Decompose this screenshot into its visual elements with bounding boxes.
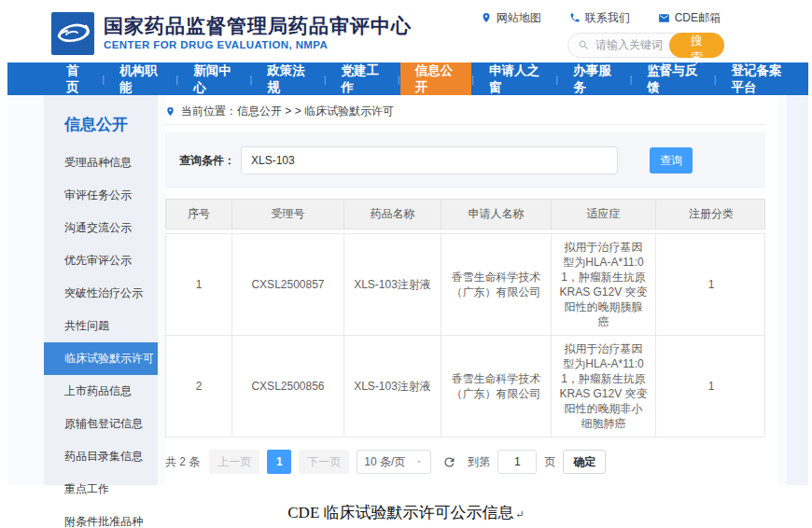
query-input[interactable] bbox=[241, 146, 618, 174]
results-table: 序号 受理号 药品名称 申请人名称 适应症 注册分类 1 CXSL2500857… bbox=[165, 199, 765, 438]
site-body: 信息公开 受理品种信息 审评任务公示 沟通交流公示 优先审评公示 突破性治疗公示… bbox=[7, 95, 808, 485]
table-body: 1 CXSL2500857 XLS-103注射液 香雪生命科学技术（广东）有限公… bbox=[165, 233, 765, 438]
site-search: 搜索 bbox=[567, 33, 724, 58]
prev-page-button[interactable]: 上一页 bbox=[209, 450, 259, 474]
sidebar-item-clinical-trial-implied-license[interactable]: 临床试验默示许可 bbox=[44, 342, 158, 375]
sidebar: 信息公开 受理品种信息 审评任务公示 沟通交流公示 优先审评公示 突破性治疗公示… bbox=[44, 95, 158, 485]
pagination: 共 2 条 上一页 1 下一页 10 条/页 到第 页 bbox=[165, 450, 765, 474]
link-contact-us[interactable]: 联系我们 bbox=[569, 10, 630, 26]
cell-index: 2 bbox=[166, 336, 232, 437]
search-icon bbox=[578, 39, 590, 51]
cell-applicant: 香雪生命科学技术（广东）有限公司 bbox=[441, 336, 552, 437]
cell-registration-class: 1 bbox=[656, 234, 766, 335]
site-header: 国家药品监督管理局药品审评中心 CENTER FOR DRUG EVALUATI… bbox=[7, 5, 808, 63]
jump-label: 到第 bbox=[468, 454, 490, 470]
table-row: 1 CXSL2500857 XLS-103注射液 香雪生命科学技术（广东）有限公… bbox=[166, 234, 764, 336]
nav-item-home[interactable]: 首页 bbox=[51, 63, 102, 95]
page-background-strip bbox=[787, 95, 808, 485]
table-header-row: 序号 受理号 药品名称 申请人名称 适应症 注册分类 bbox=[165, 199, 765, 229]
nav-item-org[interactable]: 机构职能 bbox=[105, 63, 175, 95]
cell-acceptance-number: CXSL2500856 bbox=[232, 336, 344, 437]
top-nav: 首页 机构职能 新闻中心 政策法规 党建工作 信息公开 申请人之窗 办事服务 监… bbox=[7, 63, 808, 95]
map-pin-icon bbox=[481, 12, 492, 23]
link-site-map[interactable]: 网站地图 bbox=[481, 10, 541, 26]
breadcrumb: 当前位置：信息公开 > > 临床试验默示许可 bbox=[165, 103, 765, 125]
paragraph-mark: ↵ bbox=[516, 508, 525, 520]
breadcrumb-text: 当前位置：信息公开 > > 临床试验默示许可 bbox=[181, 104, 394, 119]
cell-drug-name: XLS-103注射液 bbox=[344, 234, 441, 335]
cell-indication: 拟用于治疗基因型为HLA-A*11:01，肿瘤新生抗原KRAS G12V 突变阳… bbox=[552, 336, 656, 437]
nav-item-registration-platform[interactable]: 登记备案平台 bbox=[717, 63, 808, 95]
nav-item-supervision[interactable]: 监督与反馈 bbox=[632, 63, 713, 95]
sidebar-item-review-tasks[interactable]: 审评任务公示 bbox=[44, 179, 158, 212]
nav-item-party[interactable]: 党建工作 bbox=[327, 63, 398, 95]
quick-link-label: 联系我们 bbox=[585, 10, 630, 26]
query-label: 查询条件： bbox=[179, 153, 235, 169]
nav-item-policy[interactable]: 政策法规 bbox=[252, 63, 323, 95]
query-button[interactable]: 查询 bbox=[650, 147, 693, 174]
mail-icon bbox=[658, 12, 670, 24]
table-row: 2 CXSL2500856 XLS-103注射液 香雪生命科学技术（广东）有限公… bbox=[166, 336, 764, 437]
site-title: 国家药品监督管理局药品审评中心 bbox=[104, 15, 412, 37]
cell-indication: 拟用于治疗基因型为HLA-A*11:01，肿瘤新生抗原KRAS G12V 突变阳… bbox=[552, 234, 656, 335]
sidebar-item-priority-review[interactable]: 优先审评公示 bbox=[44, 244, 158, 277]
sidebar-item-common-issues[interactable]: 共性问题 bbox=[44, 310, 158, 342]
sidebar-item-marketed-drugs[interactable]: 上市药品信息 bbox=[44, 375, 158, 408]
column-header-acceptance-number: 受理号 bbox=[232, 200, 344, 229]
site-titles: 国家药品监督管理局药品审评中心 CENTER FOR DRUG EVALUATI… bbox=[104, 15, 412, 51]
column-header-index: 序号 bbox=[166, 200, 232, 229]
quick-link-label: CDE邮箱 bbox=[675, 10, 721, 26]
page-size-select[interactable]: 10 条/页 bbox=[357, 450, 431, 474]
confirm-button[interactable]: 确定 bbox=[563, 450, 606, 474]
quick-link-label: 网站地图 bbox=[497, 10, 541, 26]
sidebar-item-breakthrough-therapy[interactable]: 突破性治疗公示 bbox=[44, 277, 158, 310]
nav-item-services[interactable]: 办事服务 bbox=[558, 63, 629, 95]
document-page: 国家药品监督管理局药品审评中心 CENTER FOR DRUG EVALUATI… bbox=[0, 0, 812, 528]
sidebar-item-excipient-registration[interactable]: 原辅包登记信息 bbox=[44, 408, 158, 440]
main-content: 当前位置：信息公开 > > 临床试验默示许可 查询条件： 查询 序号 受理号 药… bbox=[165, 95, 777, 485]
site-subtitle: CENTER FOR DRUG EVALUATION, NMPA bbox=[104, 39, 412, 51]
sidebar-item-acceptance-info[interactable]: 受理品种信息 bbox=[44, 146, 158, 179]
caption-text: CDE 临床试验默示许可公示信息 bbox=[287, 504, 513, 521]
chevron-down-icon bbox=[414, 457, 424, 466]
nav-item-applicant-window[interactable]: 申请人之窗 bbox=[474, 63, 555, 95]
nav-item-info-disclosure[interactable]: 信息公开 bbox=[400, 63, 471, 95]
query-panel: 查询条件： 查询 bbox=[165, 132, 765, 188]
cell-applicant: 香雪生命科学技术（广东）有限公司 bbox=[441, 234, 552, 335]
jump-page-input[interactable] bbox=[497, 450, 537, 474]
brand: 国家药品监督管理局药品审评中心 CENTER FOR DRUG EVALUATI… bbox=[51, 12, 412, 55]
caption: CDE 临床试验默示许可公示信息↵ bbox=[0, 502, 812, 523]
cell-index: 1 bbox=[166, 234, 232, 335]
column-header-drug-name: 药品名称 bbox=[344, 200, 441, 229]
header-right: 网站地图 联系我们 CDE邮箱 bbox=[481, 10, 724, 58]
site-search-button[interactable]: 搜索 bbox=[669, 33, 724, 58]
cell-drug-name: XLS-103注射液 bbox=[344, 336, 441, 437]
total-count: 共 2 条 bbox=[165, 454, 200, 470]
link-cde-mailbox[interactable]: CDE邮箱 bbox=[658, 10, 721, 26]
refresh-icon[interactable] bbox=[442, 455, 456, 469]
jump-unit: 页 bbox=[544, 454, 555, 470]
phone-icon bbox=[569, 12, 581, 23]
sidebar-item-drug-catalog[interactable]: 药品目录集信息 bbox=[44, 440, 158, 473]
column-header-applicant: 申请人名称 bbox=[441, 200, 552, 229]
map-pin-icon bbox=[165, 106, 175, 117]
site-search-input[interactable] bbox=[595, 38, 670, 51]
cde-logo-icon bbox=[51, 12, 94, 55]
cell-acceptance-number: CXSL2500857 bbox=[232, 234, 344, 335]
website-screenshot: 国家药品监督管理局药品审评中心 CENTER FOR DRUG EVALUATI… bbox=[7, 5, 808, 485]
cell-registration-class: 1 bbox=[656, 336, 766, 437]
sidebar-item-communication[interactable]: 沟通交流公示 bbox=[44, 212, 158, 244]
page-size-value: 10 条/页 bbox=[364, 454, 405, 470]
nav-item-news[interactable]: 新闻中心 bbox=[178, 63, 249, 95]
page-1-button[interactable]: 1 bbox=[267, 450, 291, 474]
sidebar-item-key-work[interactable]: 重点工作 bbox=[44, 473, 158, 506]
sidebar-title: 信息公开 bbox=[44, 110, 158, 146]
column-header-registration-class: 注册分类 bbox=[656, 200, 766, 229]
next-page-button[interactable]: 下一页 bbox=[299, 450, 349, 474]
column-header-indication: 适应症 bbox=[552, 200, 656, 229]
quick-links: 网站地图 联系我们 CDE邮箱 bbox=[481, 10, 721, 26]
